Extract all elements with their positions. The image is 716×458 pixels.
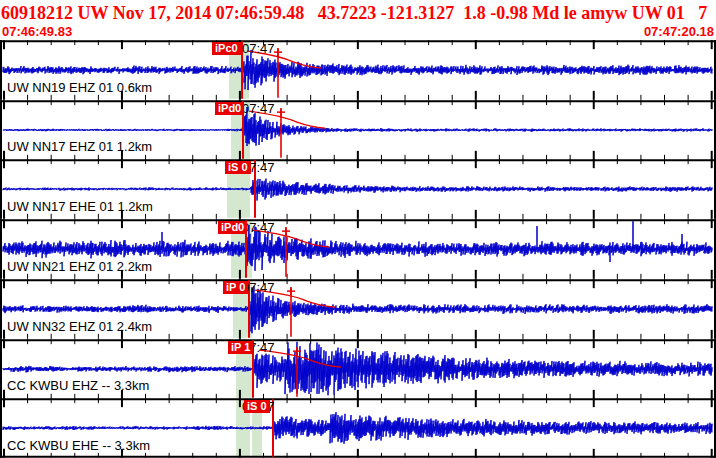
station-channel-label: UW NN21 EHZ 01 2.2km	[7, 260, 152, 274]
phase-pick-flag[interactable]: iPd0	[218, 221, 247, 234]
minute-mark-label: 07:47	[242, 102, 275, 116]
trace-panel: 07:47iS 0UW NN17 EHE 01 1.2km	[0, 159, 716, 219]
trace-panel: 07:47iS 0CC KWBU EHE -- 3.3km	[0, 398, 716, 458]
phase-pick-flag[interactable]: iP 1	[228, 341, 253, 354]
phase-pick-flag[interactable]: iPd0	[215, 102, 244, 115]
station-channel-label: UW NN32 EHZ 01 2.4km	[7, 320, 152, 334]
phase-pick-flag[interactable]: iS 0	[225, 161, 251, 174]
window-end-time: 07:47:20.18	[644, 25, 714, 39]
trace-panel: 07:47iPc0UW NN19 EHZ 01 0.6km	[0, 40, 716, 100]
trace-panel: 07:47iPd0UW NN17 EHZ 01 1.2km	[0, 100, 716, 160]
station-channel-label: UW NN17 EHE 01 1.2km	[7, 200, 153, 214]
station-channel-label: UW NN19 EHZ 01 0.6km	[7, 81, 152, 95]
minute-mark-label: 07:47	[242, 42, 275, 56]
station-channel-label: CC KWBU EHZ -- 3.3km	[7, 379, 149, 393]
window-start-time: 07:46:49.83	[2, 25, 72, 39]
phase-pick-flag[interactable]: iS 0	[244, 400, 270, 413]
trace-panel-stack: 07:47iPc0UW NN19 EHZ 01 0.6km07:47iPd0UW…	[0, 40, 716, 458]
trace-panel: 07:47iP 0UW NN32 EHZ 01 2.4km	[0, 279, 716, 339]
trace-panel: 07:47iPd0UW NN21 EHZ 01 2.2km	[0, 219, 716, 279]
phase-pick-flag[interactable]: iPc0	[212, 42, 241, 55]
station-channel-label: UW NN17 EHZ 01 1.2km	[7, 140, 152, 154]
station-channel-label: CC KWBU EHE -- 3.3km	[7, 439, 150, 453]
phase-pick-flag[interactable]: iP 0	[223, 281, 248, 294]
trace-panel: 07:47iP 1CC KWBU EHZ -- 3.3km	[0, 339, 716, 399]
event-header-title: 60918212 UW Nov 17, 2014 07:46:59.48 43.…	[1, 1, 716, 25]
